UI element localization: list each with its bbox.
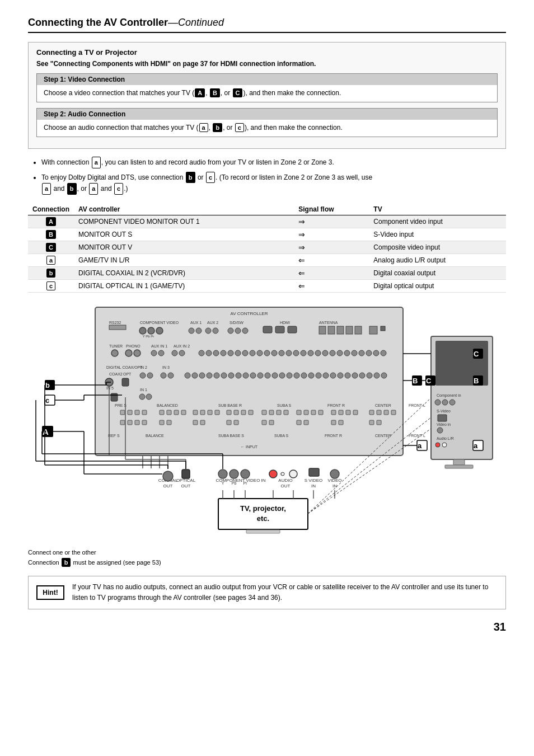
- svg-point-54: [286, 350, 292, 356]
- svg-rect-130: [215, 410, 219, 415]
- bullet2-badge-a1: a: [42, 183, 51, 195]
- svg-point-62: [344, 350, 350, 356]
- svg-point-181: [442, 400, 448, 405]
- hint-label: Hint!: [36, 585, 64, 600]
- bullet2-badge-b: b: [186, 172, 195, 184]
- svg-rect-152: [128, 420, 132, 425]
- svg-text:AV CONTROLLER: AV CONTROLLER: [231, 311, 268, 316]
- svg-point-42: [199, 350, 204, 356]
- svg-text:PHONO: PHONO: [126, 344, 140, 348]
- badge-cell-a: a: [28, 253, 74, 266]
- diagram-area: AV CONTROLLER RS232 COMPONENT VIDEO Y Pb…: [28, 303, 506, 543]
- svg-text:Video in: Video in: [437, 422, 451, 426]
- svg-rect-161: [262, 420, 266, 425]
- svg-point-47: [235, 350, 241, 356]
- av-ctrl-C: MONITOR OUT V: [74, 241, 294, 253]
- svg-point-85: [228, 373, 234, 378]
- hint-box: Hint! If your TV has no audio outputs, c…: [28, 576, 506, 609]
- svg-rect-128: [200, 410, 205, 415]
- svg-point-16: [228, 328, 233, 334]
- svg-point-106: [381, 373, 387, 378]
- badge-C-step1: C: [233, 88, 243, 97]
- svg-text:AUX IN 2: AUX IN 2: [174, 344, 190, 348]
- svg-text:IN 2: IN 2: [140, 365, 147, 369]
- svg-rect-137: [277, 410, 281, 415]
- svg-point-103: [359, 373, 365, 378]
- svg-point-50: [257, 350, 263, 356]
- table-row: b DIGITAL COAXIAL IN 2 (VCR/DVR) ⇐ Digit…: [28, 266, 506, 279]
- svg-text:SUBA S: SUBA S: [274, 434, 289, 438]
- svg-point-7: [156, 327, 163, 334]
- svg-rect-146: [353, 410, 358, 415]
- svg-rect-150: [391, 410, 396, 415]
- hint-text: If your TV has no audio outputs, connect…: [72, 582, 498, 603]
- svg-point-97: [316, 373, 321, 378]
- svg-rect-223: [309, 468, 319, 476]
- svg-rect-165: [331, 420, 336, 425]
- svg-point-80: [192, 373, 198, 378]
- badge-cell-c: c: [28, 279, 74, 292]
- table-row: C MONITOR OUT V ⇒ Composite video input: [28, 241, 506, 253]
- svg-text:CENTER: CENTER: [375, 434, 391, 438]
- bullet1-badge-a: a: [92, 157, 101, 168]
- tv-c: Digital optical output: [369, 279, 506, 292]
- signal-a: ⇐: [294, 253, 369, 266]
- tv-B: S-Video input: [369, 228, 506, 241]
- svg-text:ANTENNA: ANTENNA: [319, 321, 338, 325]
- svg-text:CENTER: CENTER: [375, 403, 391, 407]
- svg-point-77: [161, 373, 166, 378]
- svg-text:OUT: OUT: [163, 483, 173, 489]
- svg-rect-30: [381, 326, 385, 331]
- svg-text:FRONT R: FRONT R: [327, 403, 345, 407]
- svg-point-110: [139, 394, 145, 400]
- connection-table: Connection AV controller Signal flow TV …: [28, 204, 506, 293]
- svg-point-53: [279, 350, 284, 356]
- svg-text:IN 5: IN 5: [106, 386, 114, 390]
- svg-point-14: [213, 328, 218, 334]
- step1-text: Choose a video connection that matches y…: [44, 88, 490, 97]
- svg-rect-72: [122, 378, 129, 386]
- svg-rect-141: [311, 410, 316, 415]
- svg-text:OUT: OUT: [281, 483, 291, 489]
- section-box: Connecting a TV or Projector See "Connec…: [28, 42, 506, 149]
- svg-rect-135: [262, 410, 266, 415]
- bullet2-badge-c2: c: [114, 183, 123, 195]
- svg-point-78: [168, 373, 174, 378]
- svg-rect-167: [369, 420, 374, 425]
- svg-text:FRONT L: FRONT L: [409, 434, 425, 438]
- section-title: Connecting a TV or Projector: [36, 48, 498, 57]
- page-number: 31: [494, 621, 506, 633]
- signal-b: ⇐: [294, 266, 369, 279]
- table-row: a GAME/TV IN L/R ⇐ Analog audio L/R outp…: [28, 253, 506, 266]
- svg-point-216: [269, 470, 277, 478]
- svg-rect-119: [120, 410, 125, 415]
- svg-text:C: C: [426, 377, 432, 385]
- svg-rect-129: [208, 410, 212, 415]
- svg-point-51: [264, 350, 270, 356]
- svg-rect-162: [269, 420, 274, 425]
- svg-text:S/D/SW: S/D/SW: [229, 321, 243, 325]
- svg-point-102: [352, 373, 358, 378]
- svg-rect-158: [200, 420, 205, 425]
- table-row: c DIGITAL OPTICAL IN 1 (GAME/TV) ⇐ Digit…: [28, 279, 506, 292]
- svg-rect-156: [167, 420, 171, 425]
- svg-rect-138: [284, 410, 288, 415]
- svg-point-75: [147, 373, 153, 378]
- av-ctrl-a: GAME/TV IN L/R: [74, 253, 294, 266]
- svg-point-35: [134, 350, 140, 356]
- svg-point-104: [367, 373, 372, 378]
- svg-point-59: [322, 350, 328, 356]
- svg-text:DIGITAL COAX/OPT: DIGITAL COAX/OPT: [106, 365, 143, 369]
- svg-point-40: [172, 350, 177, 356]
- svg-text:HDMI: HDMI: [280, 321, 290, 325]
- svg-rect-157: [193, 420, 198, 425]
- svg-text:a: a: [418, 442, 422, 450]
- svg-point-79: [185, 373, 190, 378]
- page-title: Connecting the AV Controller—Continued: [28, 17, 506, 33]
- svg-point-65: [366, 350, 372, 356]
- svg-point-49: [250, 350, 255, 356]
- svg-text:BALANCE: BALANCE: [146, 434, 164, 438]
- svg-point-188: [435, 443, 440, 447]
- svg-text:FRONT R: FRONT R: [325, 434, 342, 438]
- svg-point-218: [281, 472, 284, 476]
